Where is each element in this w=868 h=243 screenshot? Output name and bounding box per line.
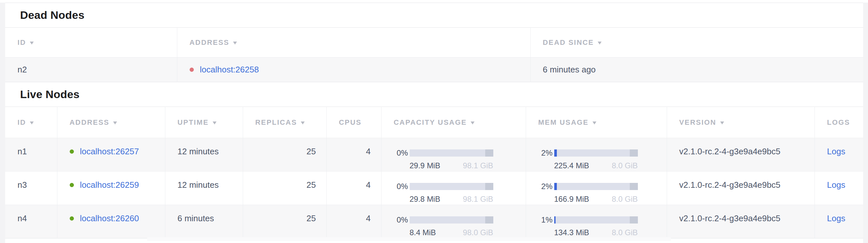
replicas-cell: 25	[243, 171, 327, 205]
page-left-gutter	[0, 3, 5, 243]
capacity-usage-cell: 0%29.9 MiB98.1 GiB	[381, 138, 526, 171]
mem-usage-values: 134.3 MiB8.0 GiB	[554, 228, 638, 238]
mem-usage-values: 166.9 MiB8.0 GiB	[554, 194, 638, 204]
version-cell: v2.1.0-rc.2-4-g3e9a4e9bc5	[667, 138, 814, 171]
mem-usage-cell: 2%166.9 MiB8.0 GiB	[526, 171, 667, 205]
sort-arrow-icon	[592, 122, 596, 125]
node-address-link[interactable]: localhost:26258	[200, 65, 259, 74]
node-address-cell: localhost:26260	[57, 205, 165, 239]
sort-arrow-icon	[598, 42, 601, 45]
node-address-link[interactable]: localhost:26260	[80, 213, 139, 223]
mem-used-value: 166.9 MiB	[554, 194, 589, 204]
mem-used-segment	[554, 183, 557, 190]
logs-link[interactable]: Logs	[827, 180, 845, 190]
cpus-cell: 4	[327, 171, 381, 205]
mem-usage-percent: 2%	[538, 148, 553, 158]
column-header-label: MEM USAGE	[538, 118, 589, 126]
capacity-other-usage-segment	[485, 216, 493, 223]
live-node-row: n3localhost:2625912 minutes2540%29.8 MiB…	[5, 171, 863, 205]
capacity-total-value: 98.0 GiB	[463, 228, 493, 238]
column-header-replicas[interactable]: REPLICAS	[243, 107, 327, 138]
sort-arrow-icon	[720, 122, 724, 125]
column-header-uptime[interactable]: UPTIME	[165, 107, 243, 138]
capacity-other-usage-segment	[485, 183, 493, 190]
column-header-address[interactable]: ADDRESS	[177, 28, 530, 57]
dead-node-row: n2localhost:262586 minutes ago	[5, 57, 863, 82]
mem-usage-cell: 2%225.4 MiB8.0 GiB	[526, 138, 667, 171]
mem-used-segment	[554, 150, 557, 157]
capacity-usage-bar-chart: 0%8.4 MiB98.0 GiB	[394, 215, 526, 238]
mem-usage-track	[554, 216, 638, 223]
column-header-label: REPLICAS	[255, 118, 297, 126]
sort-arrow-icon	[301, 122, 305, 125]
mem-usage-bar-chart: 1%134.3 MiB8.0 GiB	[538, 215, 667, 238]
mem-usage-cell: 1%134.3 MiB8.0 GiB	[526, 205, 667, 239]
node-address-cell: localhost:26259	[57, 171, 165, 205]
column-header-label: UPTIME	[178, 118, 209, 126]
replicas-cell: 25	[243, 138, 327, 171]
mem-total-value: 8.0 GiB	[612, 161, 638, 170]
live-nodes-heading: Live Nodes	[5, 82, 863, 107]
column-header-label: LOGS	[827, 118, 850, 126]
replicas-cell: 25	[243, 205, 327, 239]
logs-link[interactable]: Logs	[827, 213, 845, 223]
capacity-usage-bar-line: 0%	[394, 182, 526, 191]
live-status-dot-icon	[70, 216, 74, 221]
mem-other-usage-segment	[630, 183, 638, 190]
column-header-label: ADDRESS	[70, 118, 110, 126]
mem-used-segment	[554, 216, 556, 223]
version-cell: v2.1.0-rc.2-4-g3e9a4e9bc5	[667, 171, 814, 205]
capacity-usage-track	[410, 183, 493, 190]
sort-arrow-icon	[113, 122, 117, 125]
capacity-total-value: 98.1 GiB	[463, 194, 493, 204]
mem-total-value: 8.0 GiB	[612, 228, 638, 238]
node-address-link[interactable]: localhost:26259	[80, 180, 139, 190]
column-header-logs: LOGS	[814, 107, 863, 138]
column-header-label: ADDRESS	[190, 38, 229, 47]
column-header-id[interactable]: ID	[5, 107, 57, 138]
mem-other-usage-segment	[630, 150, 638, 157]
logs-cell: Logs	[814, 171, 863, 205]
column-header-capacity-usage[interactable]: CAPACITY USAGE	[381, 107, 526, 138]
column-header-id[interactable]: ID	[5, 28, 177, 57]
dead-status-dot-icon	[190, 68, 194, 72]
version-value: v2.1.0-rc.2-4-g3e9a4e9bc5	[679, 213, 780, 223]
capacity-usage-cell: 0%8.4 MiB98.0 GiB	[381, 205, 526, 239]
mem-usage-bar-line: 2%	[538, 148, 667, 158]
mem-usage-track	[554, 150, 638, 157]
capacity-usage-cell: 0%29.8 MiB98.1 GiB	[381, 171, 526, 205]
capacity-usage-values: 29.8 MiB98.1 GiB	[410, 194, 493, 204]
column-header-dead-since[interactable]: DEAD SINCE	[530, 28, 863, 57]
mem-total-value: 8.0 GiB	[612, 194, 638, 204]
column-header-mem-usage[interactable]: MEM USAGE	[526, 107, 667, 138]
mem-usage-bar-line: 1%	[538, 215, 667, 225]
column-header-version[interactable]: VERSION	[667, 107, 814, 138]
capacity-usage-percent: 0%	[394, 148, 408, 158]
node-address-cell: localhost:26257	[57, 138, 165, 171]
capacity-usage-values: 29.9 MiB98.1 GiB	[410, 161, 493, 170]
live-status-dot-icon	[70, 150, 74, 154]
mem-used-value: 225.4 MiB	[554, 161, 589, 170]
live-node-row: n1localhost:2625712 minutes2540%29.9 MiB…	[5, 138, 863, 171]
logs-cell: Logs	[814, 138, 863, 171]
node-id-cell: n1	[5, 138, 57, 171]
capacity-usage-percent: 0%	[394, 215, 408, 225]
column-header-label: ID	[18, 118, 26, 126]
node-list-content: Dead Nodes IDADDRESSDEAD SINCE n2localho…	[5, 3, 863, 239]
capacity-usage-track	[410, 150, 493, 157]
dead-nodes-table: IDADDRESSDEAD SINCE n2localhost:262586 m…	[5, 27, 863, 82]
column-header-address[interactable]: ADDRESS	[57, 107, 165, 138]
node-address-link[interactable]: localhost:26257	[80, 146, 139, 156]
dead-nodes-heading: Dead Nodes	[5, 3, 863, 27]
capacity-used-value: 29.9 MiB	[410, 161, 440, 170]
live-status-dot-icon	[70, 183, 74, 187]
column-header-label: CPUS	[339, 118, 362, 126]
sort-arrow-icon	[30, 122, 34, 125]
version-cell: v2.1.0-rc.2-4-g3e9a4e9bc5	[667, 205, 814, 239]
live-node-row: n4localhost:262606 minutes2540%8.4 MiB98…	[5, 205, 863, 239]
logs-cell: Logs	[814, 205, 863, 239]
logs-link[interactable]: Logs	[827, 146, 845, 156]
capacity-usage-track	[410, 216, 493, 223]
mem-usage-percent: 1%	[538, 215, 553, 225]
dead-nodes-header-row: IDADDRESSDEAD SINCE	[5, 28, 863, 57]
